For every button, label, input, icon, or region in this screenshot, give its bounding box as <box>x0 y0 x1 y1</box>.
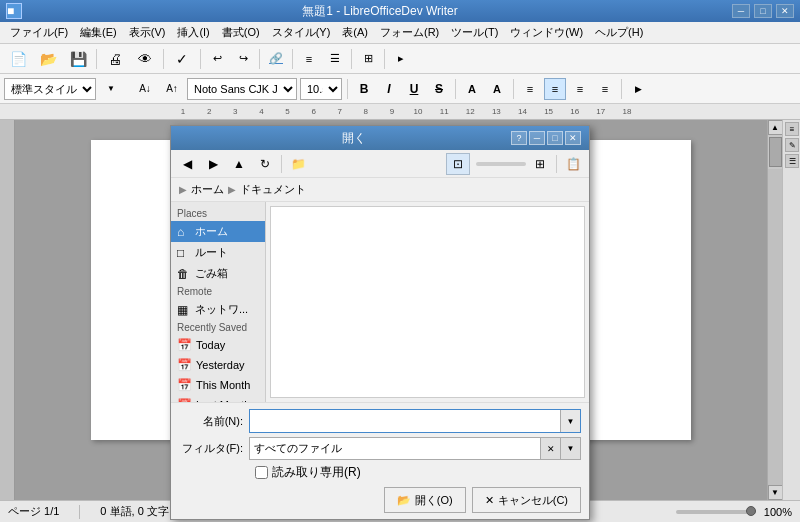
paragraph-style-select[interactable]: 標準スタイル <box>4 78 96 100</box>
scroll-down-btn[interactable]: ▼ <box>768 485 783 500</box>
redo-button[interactable]: ↪ <box>231 47 255 71</box>
vertical-scrollbar[interactable]: ▲ ▼ <box>767 120 782 500</box>
align-justify-btn[interactable]: ≡ <box>594 78 616 100</box>
places-item-yesterday[interactable]: 📅 Yesterday <box>171 355 265 375</box>
font-size-select[interactable]: 10.5 <box>300 78 342 100</box>
dlg-folder-btn[interactable]: 📁 <box>286 153 310 175</box>
hyperlink-button[interactable]: 🔗 <box>264 47 288 71</box>
font-name-select[interactable]: Noto Sans CJK J <box>187 78 297 100</box>
undo-button[interactable]: ↩ <box>205 47 229 71</box>
dlg-back-btn[interactable]: ◀ <box>175 153 199 175</box>
filter-label: フィルタ(F): <box>179 441 249 456</box>
places-item-network[interactable]: ▦ ネットワ... <box>171 299 265 320</box>
dialog-maximize-btn[interactable]: □ <box>547 131 563 145</box>
print-button[interactable]: 🖨 <box>101 47 129 71</box>
menu-window[interactable]: ウィンドウ(W) <box>504 23 589 42</box>
places-item-last-month[interactable]: 📅 Last Month <box>171 395 265 402</box>
sidebar-tab3[interactable]: ☰ <box>785 154 799 168</box>
places-item-network-label: ネットワ... <box>195 302 248 317</box>
align-right-btn[interactable]: ≡ <box>569 78 591 100</box>
list-bullet-button[interactable]: ≡ <box>297 47 321 71</box>
scroll-up-btn[interactable]: ▲ <box>768 120 783 135</box>
list-num-button[interactable]: ☰ <box>323 47 347 71</box>
dlg-zoom-bar[interactable] <box>476 162 526 166</box>
underline-button[interactable]: U <box>403 78 425 100</box>
font-size-increase-btn[interactable]: A↑ <box>160 77 184 101</box>
menu-insert[interactable]: 挿入(I) <box>171 23 215 42</box>
minimize-button[interactable]: ─ <box>732 4 750 18</box>
style-dropdown-btn[interactable]: ▼ <box>99 77 123 101</box>
dialog-breadcrumb: ▶ ホーム ▶ ドキュメント <box>171 178 589 202</box>
menu-table[interactable]: 表(A) <box>336 23 374 42</box>
filter-dropdown-btn[interactable]: ▼ <box>560 438 580 459</box>
open-button[interactable]: 📂 <box>34 47 62 71</box>
new-button[interactable]: 📄 <box>4 47 32 71</box>
format-toolbar: 標準スタイル ▼ A↓ A↑ Noto Sans CJK J 10.5 B I … <box>0 74 800 104</box>
filename-input[interactable] <box>250 410 560 432</box>
title-bar: ■ 無題1 - LibreOfficeDev Writer ─ □ ✕ <box>0 0 800 22</box>
menu-edit[interactable]: 編集(E) <box>74 23 123 42</box>
align-left-btn[interactable]: ≡ <box>519 78 541 100</box>
places-item-trash[interactable]: 🗑 ごみ箱 <box>171 263 265 284</box>
filter-clear-btn[interactable]: ✕ <box>540 438 560 459</box>
sidebar-tab2[interactable]: ✎ <box>785 138 799 152</box>
filter-row: フィルタ(F): すべてのファイル ✕ ▼ <box>179 437 581 460</box>
menu-file[interactable]: ファイル(F) <box>4 23 74 42</box>
breadcrumb-home[interactable]: ホーム <box>191 182 224 197</box>
dlg-refresh-btn[interactable]: ↻ <box>253 153 277 175</box>
places-item-this-month[interactable]: 📅 This Month <box>171 375 265 395</box>
places-item-today[interactable]: 📅 Today <box>171 335 265 355</box>
dlg-view-grid-btn[interactable]: ⊞ <box>528 153 552 175</box>
font-size-decrease-btn[interactable]: A↓ <box>133 77 157 101</box>
filename-dropdown-btn[interactable]: ▼ <box>560 410 580 432</box>
zoom-thumb[interactable] <box>746 506 756 516</box>
save-button[interactable]: 💾 <box>64 47 92 71</box>
dialog-help-btn[interactable]: ? <box>511 131 527 145</box>
menu-help[interactable]: ヘルプ(H) <box>589 23 649 42</box>
spellcheck-button[interactable]: ✓ <box>168 47 196 71</box>
places-item-home[interactable]: ⌂ ホーム <box>171 221 265 242</box>
dialog-close-btn[interactable]: ✕ <box>565 131 581 145</box>
breadcrumb-documents[interactable]: ドキュメント <box>240 182 306 197</box>
close-button[interactable]: ✕ <box>776 4 794 18</box>
app-icon: ■ <box>6 3 22 19</box>
zoom-slider[interactable] <box>676 510 756 514</box>
dialog-minimize-btn[interactable]: ─ <box>529 131 545 145</box>
dlg-up-btn[interactable]: ▲ <box>227 153 251 175</box>
table-button[interactable]: ⊞ <box>356 47 380 71</box>
menu-styles[interactable]: スタイル(Y) <box>266 23 337 42</box>
maximize-button[interactable]: □ <box>754 4 772 18</box>
dlg-zoom-container <box>476 162 526 166</box>
menu-form[interactable]: フォーム(R) <box>374 23 445 42</box>
more-button[interactable]: ▸ <box>389 47 413 71</box>
dialog-buttons: 📂 開く(O) ✕ キャンセル(C) <box>179 487 581 513</box>
printpreview-button[interactable]: 👁 <box>131 47 159 71</box>
scroll-thumb[interactable] <box>769 137 782 167</box>
cancel-file-button[interactable]: ✕ キャンセル(C) <box>472 487 581 513</box>
align-center-btn[interactable]: ≡ <box>544 78 566 100</box>
strikethrough-button[interactable]: S <box>428 78 450 100</box>
toolbar-sep7 <box>384 49 385 69</box>
highlight-btn[interactable]: A <box>486 78 508 100</box>
bold-button[interactable]: B <box>353 78 375 100</box>
dlg-forward-btn[interactable]: ▶ <box>201 153 225 175</box>
readonly-checkbox[interactable] <box>255 466 268 479</box>
toolbar-sep1 <box>96 49 97 69</box>
dialog-files-area[interactable] <box>270 206 585 398</box>
open-file-button[interactable]: 📂 開く(O) <box>384 487 466 513</box>
dlg-newdoc-btn[interactable]: 📋 <box>561 153 585 175</box>
dlg-view-list-btn[interactable]: ⊡ <box>446 153 470 175</box>
italic-button[interactable]: I <box>378 78 400 100</box>
menu-format[interactable]: 書式(O) <box>216 23 266 42</box>
font-color-btn[interactable]: A <box>461 78 483 100</box>
menu-tools[interactable]: ツール(T) <box>445 23 504 42</box>
menu-view[interactable]: 表示(V) <box>123 23 172 42</box>
trash-icon: 🗑 <box>177 267 191 281</box>
last-month-icon: 📅 <box>177 398 192 402</box>
more-fmt-btn[interactable]: ▸ <box>627 78 649 100</box>
places-item-root[interactable]: □ ルート <box>171 242 265 263</box>
places-item-this-month-label: This Month <box>196 379 250 391</box>
home-icon: ⌂ <box>177 225 191 239</box>
sidebar-panel: ≡ ✎ ☰ <box>782 120 800 500</box>
sidebar-tab1[interactable]: ≡ <box>785 122 799 136</box>
